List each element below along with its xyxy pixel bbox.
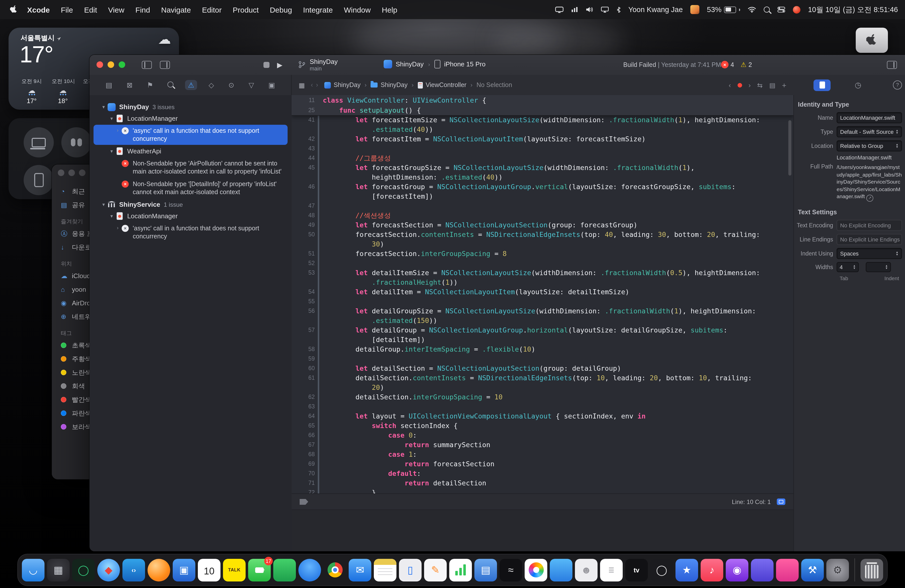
name-field[interactable]: LocationManager.swift <box>837 112 902 123</box>
code-line[interactable]: .fractionalHeight(1)) <box>292 278 793 287</box>
code-line[interactable]: 71 return detailSection <box>292 478 793 488</box>
avatar-badge[interactable] <box>690 5 699 14</box>
breakpoint-icon[interactable] <box>300 499 308 505</box>
tab-width-stepper[interactable]: 4▲▼ <box>837 262 859 272</box>
project-branch[interactable]: ShinyDay main <box>310 58 338 72</box>
report-navigator-tab[interactable]: ▣ <box>265 80 278 90</box>
code-line[interactable]: 56 let detailGroupSize = NSCollectionLay… <box>292 306 793 316</box>
toggle-navigator-icon[interactable] <box>142 61 152 69</box>
dock-launchpad[interactable]: ▦ <box>47 559 70 581</box>
dock-app-blue-circle[interactable] <box>298 559 321 581</box>
menu-item-integrate[interactable]: Integrate <box>298 5 338 14</box>
issue-row[interactable]: ›×'async' call in a function that does n… <box>94 222 287 242</box>
menu-item-navigate[interactable]: Navigate <box>156 5 196 14</box>
code-line[interactable]: 50 forecastSection.contentInsets = NSDir… <box>292 230 793 240</box>
next-issue-icon[interactable]: › <box>748 81 751 89</box>
menu-item-editor[interactable]: Editor <box>196 5 227 14</box>
activity-status[interactable]: Build Failed | Yesterday at 7:41 PM <box>623 61 721 68</box>
dock-vscode[interactable]: ‹› <box>122 559 145 581</box>
add-editor-icon[interactable]: + <box>782 81 786 89</box>
code-line[interactable]: 57 let detailGroup = NSCollectionLayoutG… <box>292 326 793 335</box>
dock-iphone-mirroring[interactable]: ▯ <box>399 559 422 581</box>
wifi-icon[interactable] <box>748 6 756 13</box>
code-line[interactable]: 47 <box>292 201 793 211</box>
stop-button[interactable] <box>264 62 270 68</box>
status-app-icon[interactable] <box>793 6 800 13</box>
apple-menu-icon[interactable] <box>10 5 17 14</box>
dock-podcasts[interactable]: ◉ <box>726 559 748 581</box>
code-area[interactable]: 41 let forecastItemSize = NSCollectionLa… <box>292 95 793 493</box>
window-controls[interactable] <box>97 61 125 68</box>
dock-app-blue-star[interactable]: ★ <box>675 559 698 581</box>
editor-mode-icon[interactable] <box>777 499 785 505</box>
dock-notes[interactable] <box>374 559 397 581</box>
code-line[interactable]: 52 <box>292 259 793 268</box>
dock-app-purple-tile[interactable] <box>751 559 773 581</box>
code-line[interactable]: 58 detailGroup.interItemSpacing = .flexi… <box>292 345 793 354</box>
menu-item-find[interactable]: Find <box>130 5 156 14</box>
find-navigator-tab[interactable] <box>164 80 176 90</box>
code-line[interactable]: 59 <box>292 354 793 364</box>
line-endings-popup[interactable]: No Explicit Line Endings <box>837 234 902 245</box>
file-row-LocationManager[interactable]: ▾LocationManager <box>89 113 292 124</box>
run-destination[interactable]: iPhone 15 Pro <box>444 60 486 68</box>
file-row-WeatherApi[interactable]: ▾WeatherApi <box>89 145 292 157</box>
dock-app-docs-blue[interactable]: ▤ <box>475 559 497 581</box>
menu-bar-clock[interactable]: 10월 10일 (금) 오전 8:51:46 <box>808 5 898 14</box>
editor-options-icon[interactable]: ▤ <box>769 81 776 89</box>
menu-item-product[interactable]: Product <box>227 5 264 14</box>
dock-kakaotalk[interactable]: TALK <box>223 559 246 581</box>
forward-icon[interactable]: › <box>316 81 318 89</box>
scheme-selector[interactable]: ShinyDay <box>396 60 424 68</box>
menu-item-help[interactable]: Help <box>376 5 403 14</box>
file-inspector-tab[interactable] <box>813 79 830 91</box>
menu-item-view[interactable]: View <box>103 5 130 14</box>
run-button[interactable]: ▶ <box>277 61 283 69</box>
code-line[interactable]: 55 <box>292 297 793 306</box>
disclosure-icon[interactable]: › <box>114 127 122 133</box>
debug-navigator-tab[interactable]: ⊙ <box>225 80 237 90</box>
text-encoding-popup[interactable]: No Explicit Encoding <box>837 220 902 231</box>
disclosure-icon[interactable]: ▾ <box>108 213 116 219</box>
code-line[interactable]: 64 let layout = UICollectionViewComposit… <box>292 412 793 421</box>
test-navigator-tab[interactable]: ◇ <box>206 80 217 90</box>
code-line[interactable]: 62 detailSection.interGroupSpacing = 10 <box>292 393 793 402</box>
dock-safari[interactable]: ◆ <box>97 559 120 581</box>
dock-system-settings[interactable]: ⚙ <box>826 559 849 581</box>
code-line[interactable]: 65 switch sectionIndex { <box>292 421 793 431</box>
dock-audio-waveform[interactable]: ≈ <box>500 559 522 581</box>
location-popup[interactable]: Relative to Group▲▼ <box>837 140 902 151</box>
code-line[interactable]: 49 let forecastSection = NSCollectionLay… <box>292 220 793 230</box>
bluetooth-icon[interactable] <box>616 6 621 13</box>
code-line[interactable]: 48 //섹션생성 <box>292 211 793 220</box>
toggle-inspector-icon[interactable] <box>887 61 897 69</box>
code-line[interactable]: 30) <box>292 240 793 249</box>
menu-item-file[interactable]: File <box>55 5 78 14</box>
menu-item-debug[interactable]: Debug <box>264 5 297 14</box>
earbuds-device-button[interactable] <box>61 127 92 157</box>
dock-finder[interactable]: ◡ <box>22 559 44 581</box>
code-line[interactable]: 53 let detailItemSize = NSCollectionLayo… <box>292 268 793 278</box>
group-row-ShinyService[interactable]: ▾ShinyService1 issue <box>89 199 292 210</box>
disclosure-icon[interactable]: ▾ <box>108 116 116 121</box>
dock-chrome[interactable] <box>324 559 346 581</box>
dock-app-dark-green-ring[interactable]: ◯ <box>72 559 95 581</box>
dock-mail[interactable]: ✉ <box>349 559 371 581</box>
code-line[interactable]: 70 default: <box>292 469 793 478</box>
code-review-icon[interactable]: ⇆ <box>757 81 763 89</box>
dock-xcode[interactable]: ⚒ <box>801 559 824 581</box>
dock-app-green-tile[interactable] <box>273 559 296 581</box>
code-line[interactable]: 43 <box>292 144 793 153</box>
code-line[interactable]: 54 let detailItem = NSCollectionLayoutIt… <box>292 287 793 297</box>
code-line[interactable]: 60 let detailSection = NSCollectionLayou… <box>292 364 793 373</box>
issue-row[interactable]: ×Non-Sendable type '[DetailInfo]' of pro… <box>94 178 287 198</box>
code-line[interactable]: 51 forecastSection.interGroupSpacing = 8 <box>292 249 793 259</box>
disclosure-icon[interactable]: › <box>114 225 122 230</box>
open-path-icon[interactable]: ↗ <box>866 195 873 202</box>
disclosure-icon[interactable]: ▾ <box>100 104 108 110</box>
code-line[interactable]: 69 return forecastSection <box>292 459 793 469</box>
desktop-apple-tile[interactable] <box>856 28 888 53</box>
help-inspector-tab[interactable]: ? <box>893 81 902 89</box>
code-line[interactable]: 68 case 1: <box>292 450 793 459</box>
issue-row[interactable]: ›×'async' call in a function that does n… <box>94 125 287 145</box>
